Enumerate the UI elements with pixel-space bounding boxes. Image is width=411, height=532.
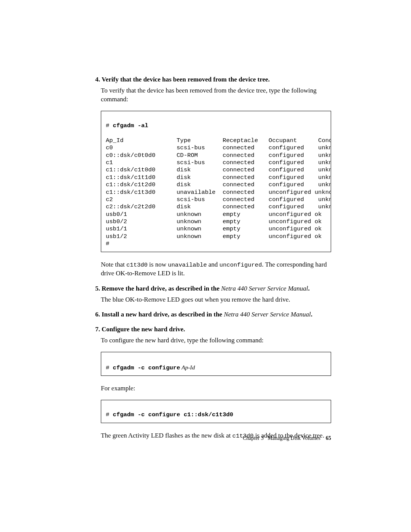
inline-code: unconfigured (220, 262, 262, 268)
code-row: c1::dsk/c1t0d0 disk connected configured… (106, 166, 331, 173)
step-4-body: To verify that the device has been remov… (101, 86, 331, 104)
step-4-heading: 4.Verify that the device has been remove… (101, 75, 331, 84)
code-row: usb0/1 unknown empty unconfigured ok (106, 211, 322, 218)
step-5: 5.Remove the hard drive, as described in… (101, 284, 331, 304)
code-row: c1::dsk/c1t1d0 disk connected configured… (106, 174, 331, 181)
footer-chapter: Chapter 3 (243, 435, 264, 441)
step-5-body: The blue OK-to-Remove LED goes out when … (101, 296, 331, 304)
code-row: c1::dsk/c1t2d0 disk connected configured… (106, 181, 331, 188)
step-5-title-italic: Netra 440 Server Service Manual (221, 285, 308, 292)
for-example-text: For example: (101, 384, 331, 393)
code-row: usb1/2 unknown empty unconfigured ok (106, 233, 322, 240)
step-6-heading: 6.Install a new hard drive, as described… (101, 310, 331, 319)
page-footer: Chapter 3 Managing Disk Volumes65 (243, 435, 331, 442)
note-text: is now (148, 261, 168, 268)
step-6-title-italic: Netra 440 Server Service Manual (224, 311, 311, 318)
note-after-output: Note that c1t3d0 is now unavailable and … (101, 260, 331, 278)
code-prompt: # (106, 411, 113, 418)
step-4-title: Verify that the device has been removed … (102, 76, 270, 83)
inline-code: c1t3d0 (126, 262, 148, 268)
step-5-number: 5. (93, 284, 102, 293)
code-header: Ap_Id Type Receptacle Occupant Condition (106, 137, 331, 144)
step-5-heading: 5.Remove the hard drive, as described in… (101, 284, 331, 293)
page-content: 4.Verify that the device has been remove… (0, 0, 411, 440)
note-text: and (207, 261, 220, 268)
step-7-heading: 7.Configure the new hard drive. (101, 325, 331, 334)
code-row: c2::dsk/c2t2d0 disk connected configured… (106, 203, 331, 210)
code-cmd-configure-example: # cfgadm -c configure c1::dsk/c1t3d0 (101, 400, 331, 423)
step-6: 6.Install a new hard drive, as described… (101, 310, 331, 319)
step-7: 7.Configure the new hard drive. To confi… (101, 325, 331, 345)
step-5-title-lead: Remove the hard drive, as described in t… (102, 285, 221, 292)
step-4: 4.Verify that the device has been remove… (101, 75, 331, 104)
step-6-title-end: . (311, 311, 312, 318)
code-row: usb0/2 unknown empty unconfigured ok (106, 218, 322, 225)
step-7-number: 7. (93, 325, 102, 334)
code-end-prompt: # (106, 240, 109, 247)
code-output-cfgadm-al: # cfgadm -al Ap_Id Type Receptacle Occup… (101, 111, 331, 252)
code-row: c1 scsi-bus connected configured unknown (106, 159, 331, 166)
code-row: c0::dsk/c0t0d0 CD-ROM connected configur… (106, 152, 331, 159)
code-row: c2 scsi-bus connected configured unknown (106, 196, 331, 203)
inline-code: unavailable (168, 262, 207, 268)
footer-page-number: 65 (326, 435, 331, 441)
code-prompt: # (106, 122, 113, 129)
code-row: c0 scsi-bus connected configured unknown (106, 144, 331, 151)
code-row: c1::dsk/c1t3d0 unavailable connected unc… (106, 189, 331, 196)
code-row: usb1/1 unknown empty unconfigured ok (106, 225, 322, 232)
code-arg-italic: Ap-Id (180, 364, 195, 371)
code-prompt: # (106, 364, 113, 371)
step-7-body: To configure the new hard drive, type th… (101, 336, 331, 345)
code-cmd: cfgadm -c configure (113, 364, 180, 371)
code-cmd: cfgadm -c configure c1::dsk/c1t3d0 (113, 411, 233, 418)
note-text: Note that (101, 261, 126, 268)
step-7-title: Configure the new hard drive. (102, 326, 185, 333)
code-cmd: cfgadm -al (113, 122, 148, 129)
footer-title: Managing Disk Volumes (268, 435, 320, 441)
text: The green Activity LED flashes as the ne… (101, 432, 233, 439)
code-cmd-configure-apid: # cfgadm -c configure Ap-Id (101, 352, 331, 376)
step-6-title-lead: Install a new hard drive, as described i… (102, 311, 224, 318)
step-6-number: 6. (93, 310, 102, 319)
step-5-title-end: . (308, 285, 310, 292)
step-4-number: 4. (93, 75, 102, 84)
